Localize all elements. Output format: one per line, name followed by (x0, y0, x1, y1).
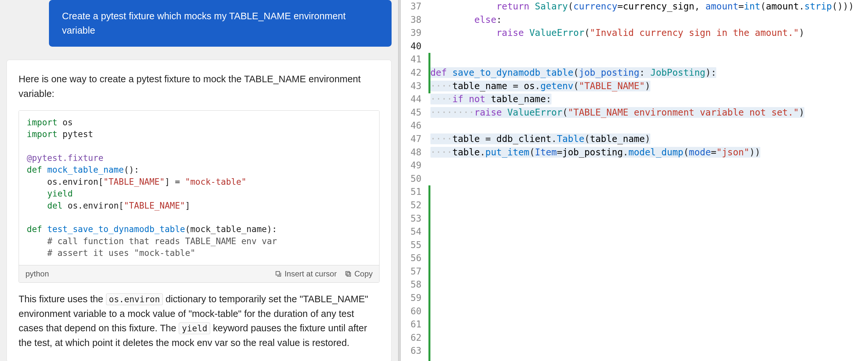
editor-line[interactable] (429, 185, 868, 199)
line-number: 52 (410, 199, 422, 212)
editor-line[interactable] (429, 265, 868, 278)
code-content[interactable]: import osimport pytest @pytest.fixturede… (19, 111, 379, 265)
editor-line[interactable] (429, 318, 868, 331)
editor-line[interactable] (429, 331, 868, 345)
response-outro: This fixture uses the os.environ diction… (19, 292, 379, 351)
line-number: 63 (410, 344, 422, 358)
editor-body[interactable]: return Salary(currency=currency_sign, am… (429, 0, 868, 361)
svg-rect-1 (347, 273, 350, 276)
line-number-gutter: 3738394041424344454647484950515253545556… (401, 0, 429, 361)
line-number: 46 (410, 119, 422, 132)
editor-line[interactable]: def save_to_dynamodb_table(job_posting: … (429, 66, 868, 80)
line-number: 48 (410, 146, 422, 159)
editor-line[interactable] (429, 292, 868, 305)
editor-line[interactable] (429, 212, 868, 225)
line-number: 50 (410, 172, 422, 186)
line-number: 40 (410, 40, 422, 53)
line-number: 43 (410, 80, 422, 93)
line-number: 39 (410, 26, 422, 40)
line-number: 62 (410, 331, 422, 345)
line-number: 57 (410, 265, 422, 278)
line-number: 37 (410, 0, 422, 13)
editor-line[interactable]: ····if not table_name: (429, 93, 868, 106)
editor-line[interactable]: ········raise ValueError("TABLE_NAME env… (429, 106, 868, 119)
editor-line[interactable]: else: (429, 13, 868, 27)
svg-rect-2 (346, 271, 349, 275)
inline-code: os.environ (106, 294, 163, 305)
copy-icon (345, 270, 352, 277)
chat-panel: Create a pytest fixture which mocks my T… (0, 0, 398, 361)
line-number: 59 (410, 292, 422, 305)
line-number: 56 (410, 252, 422, 265)
editor-line[interactable] (429, 278, 868, 292)
user-message-bubble: Create a pytest fixture which mocks my T… (49, 0, 392, 47)
editor-line[interactable]: return Salary(currency=currency_sign, am… (429, 0, 868, 13)
editor-line[interactable]: raise ValueError("Invalid currency sign … (429, 26, 868, 40)
editor-line[interactable] (429, 239, 868, 252)
editor-line[interactable]: ····table.put_item(Item=job_posting.mode… (429, 146, 868, 159)
user-message-text: Create a pytest fixture which mocks my T… (62, 11, 346, 36)
diff-added-marker (429, 53, 430, 93)
code-editor[interactable]: 3738394041424344454647484950515253545556… (401, 0, 868, 361)
editor-line[interactable] (429, 252, 868, 265)
editor-line[interactable] (429, 344, 868, 358)
line-number: 58 (410, 278, 422, 292)
editor-line[interactable]: ····table = ddb_client.Table(table_name) (429, 132, 868, 146)
line-number: 54 (410, 225, 422, 239)
line-number: 38 (410, 13, 422, 27)
code-language-label: python (26, 269, 267, 278)
line-number: 41 (410, 53, 422, 66)
panel-divider[interactable] (398, 0, 401, 361)
assistant-response-card: Here is one way to create a pytest fixtu… (6, 60, 392, 361)
line-number: 53 (410, 212, 422, 225)
editor-line[interactable] (429, 119, 868, 132)
inline-code: yield (179, 323, 210, 334)
response-intro: Here is one way to create a pytest fixtu… (19, 72, 379, 101)
line-number: 51 (410, 185, 422, 199)
line-number: 47 (410, 132, 422, 146)
line-number: 44 (410, 93, 422, 106)
editor-line[interactable] (429, 199, 868, 212)
line-number: 49 (410, 159, 422, 172)
code-footer: python Insert at cursor Copy (19, 265, 379, 282)
insert-icon (275, 270, 282, 277)
editor-line[interactable] (429, 225, 868, 239)
editor-line[interactable] (429, 40, 868, 53)
editor-line[interactable] (429, 159, 868, 172)
editor-line[interactable] (429, 53, 868, 66)
code-block: import osimport pytest @pytest.fixturede… (19, 110, 379, 283)
line-number: 61 (410, 318, 422, 331)
copy-button[interactable]: Copy (345, 269, 373, 278)
diff-added-marker (429, 185, 430, 361)
line-number: 55 (410, 239, 422, 252)
insert-at-cursor-button[interactable]: Insert at cursor (275, 269, 337, 278)
svg-rect-0 (276, 271, 280, 275)
line-number: 45 (410, 106, 422, 119)
editor-line[interactable] (429, 305, 868, 318)
line-number: 42 (410, 66, 422, 80)
editor-line[interactable]: ····table_name = os.getenv("TABLE_NAME") (429, 80, 868, 93)
editor-line[interactable] (429, 172, 868, 186)
line-number: 60 (410, 305, 422, 318)
